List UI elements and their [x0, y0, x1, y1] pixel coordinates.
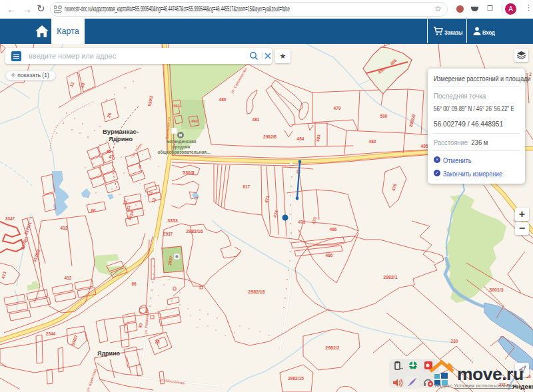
svg-text:2982/1: 2982/1 — [383, 275, 398, 280]
svg-text:412: 412 — [65, 276, 72, 280]
svg-text:общеобразовательная...: общеобразовательная... — [158, 150, 211, 155]
svg-text:Ядрино: Ядрино — [109, 135, 133, 142]
svg-text:6: 6 — [139, 164, 141, 169]
svg-text:2982/16: 2982/16 — [186, 229, 203, 234]
svg-text:617: 617 — [243, 184, 251, 189]
svg-text:2982/16: 2982/16 — [248, 290, 265, 294]
svg-text:Богандинская: Богандинская — [166, 139, 196, 144]
svg-text:479: 479 — [334, 106, 341, 110]
svg-text:46: 46 — [106, 149, 111, 154]
svg-text:230: 230 — [451, 339, 458, 343]
svg-text:3347: 3347 — [5, 216, 15, 221]
svg-text:2344: 2344 — [46, 331, 56, 336]
svg-text:2982/15: 2982/15 — [288, 376, 304, 381]
svg-text:средняя: средняя — [173, 144, 191, 150]
svg-text:2937: 2937 — [163, 232, 173, 236]
svg-text:500: 500 — [380, 114, 388, 118]
svg-text:Ядрино: Ядрино — [97, 350, 121, 357]
svg-text:486: 486 — [330, 227, 337, 232]
svg-text:481: 481 — [253, 117, 260, 122]
svg-text:530/8: 530/8 — [183, 170, 195, 175]
svg-text:491: 491 — [173, 104, 181, 108]
svg-text:412: 412 — [61, 226, 68, 230]
svg-text:2982/8: 2982/8 — [263, 134, 276, 139]
svg-text:480: 480 — [219, 97, 227, 102]
svg-text:66: 66 — [131, 282, 137, 286]
svg-text:28: 28 — [155, 339, 160, 344]
svg-text:2982/2: 2982/2 — [325, 345, 340, 350]
svg-text:3001/3: 3001/3 — [489, 288, 504, 292]
svg-text:47: 47 — [109, 154, 114, 159]
svg-text:486: 486 — [326, 253, 333, 258]
svg-text:3353: 3353 — [167, 218, 178, 223]
svg-text:Вурманкас-: Вурманкас- — [103, 128, 139, 135]
svg-text:482: 482 — [369, 139, 376, 144]
svg-text:66: 66 — [91, 208, 96, 213]
svg-text:473: 473 — [298, 220, 306, 224]
svg-text:492: 492 — [191, 119, 199, 123]
svg-text:484: 484 — [297, 136, 304, 141]
